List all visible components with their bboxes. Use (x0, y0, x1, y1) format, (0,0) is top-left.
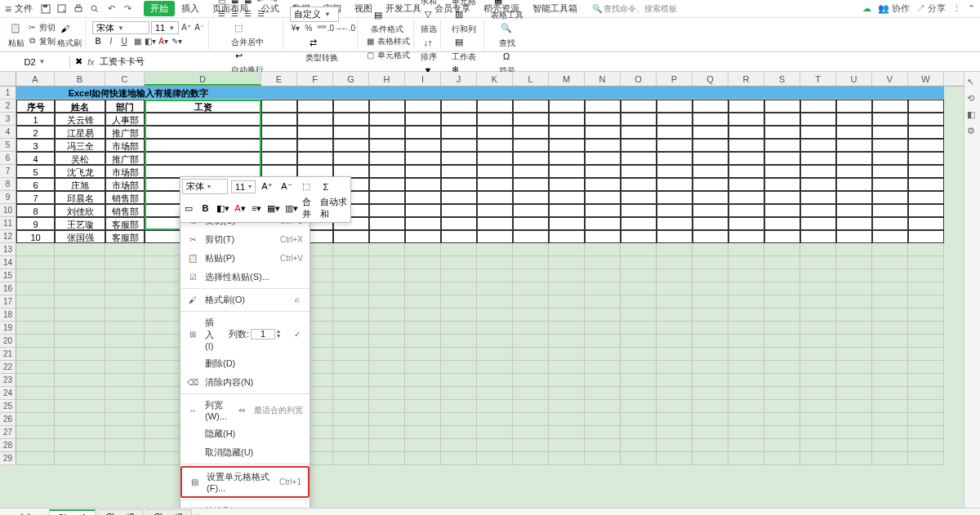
cell[interactable]: 3 (16, 139, 55, 152)
col-R[interactable]: R (728, 72, 764, 86)
cell[interactable] (333, 100, 369, 113)
cell[interactable] (872, 387, 908, 400)
cell[interactable] (16, 335, 55, 348)
cell[interactable] (800, 152, 836, 165)
dec-decimal-icon[interactable]: ←.0 (342, 23, 354, 34)
cell[interactable] (836, 243, 872, 256)
cell[interactable] (585, 165, 621, 178)
cell[interactable] (145, 126, 261, 139)
cell[interactable] (441, 322, 477, 335)
cell[interactable] (728, 230, 764, 243)
cell[interactable] (872, 348, 908, 361)
tablestyle-icon[interactable]: ▦ (364, 35, 376, 47)
cell[interactable] (585, 295, 621, 309)
cell[interactable] (621, 152, 657, 165)
col-J[interactable]: J (441, 72, 477, 86)
ctx-format-cells[interactable]: ▤设置单元格格式(F)...Ctrl+1 (180, 466, 310, 498)
mini-bold-icon[interactable]: B (198, 201, 212, 215)
cell[interactable] (477, 348, 513, 361)
cell[interactable] (477, 361, 513, 374)
cell[interactable] (333, 126, 369, 139)
cell[interactable] (908, 348, 944, 361)
cell[interactable] (55, 243, 105, 256)
cell[interactable] (693, 191, 728, 204)
cell[interactable] (513, 348, 549, 361)
cell[interactable] (333, 439, 369, 452)
cell[interactable] (513, 152, 549, 165)
cell[interactable] (549, 87, 585, 100)
cell[interactable] (513, 309, 549, 322)
cell[interactable] (333, 400, 369, 413)
cell[interactable] (369, 282, 405, 295)
cell[interactable] (369, 256, 405, 269)
cell[interactable] (477, 426, 513, 439)
cell[interactable] (549, 139, 585, 152)
cell[interactable] (513, 87, 549, 100)
cell[interactable] (513, 295, 549, 309)
cell[interactable] (657, 87, 693, 100)
cell[interactable] (477, 335, 513, 348)
cell[interactable] (16, 256, 55, 269)
ctx-colwidth[interactable]: ↔列宽(W)...⇔最适合的列宽 (180, 396, 310, 424)
cell[interactable] (836, 439, 872, 452)
cell[interactable] (621, 204, 657, 217)
align-middle-icon[interactable]: ⬓ (229, 0, 240, 5)
cell[interactable] (441, 139, 477, 152)
cell[interactable] (693, 204, 728, 217)
cell[interactable] (369, 387, 405, 400)
cell[interactable] (764, 230, 800, 243)
cell[interactable] (477, 87, 513, 100)
cell[interactable] (105, 348, 145, 361)
cell[interactable] (105, 322, 145, 335)
cell[interactable] (693, 361, 728, 374)
cell[interactable] (908, 282, 944, 295)
cell[interactable] (333, 413, 369, 426)
cell[interactable] (405, 452, 441, 465)
cell[interactable] (657, 269, 693, 282)
cell[interactable] (800, 387, 836, 400)
cell[interactable] (369, 152, 405, 165)
cell[interactable]: Excel如何快速地输入有规律的数字 (16, 87, 261, 100)
cell[interactable] (369, 426, 405, 439)
align-top-icon[interactable]: ⬒ (216, 0, 227, 5)
cell[interactable] (657, 335, 693, 348)
cell[interactable] (513, 165, 549, 178)
cell[interactable] (764, 269, 800, 282)
cell[interactable] (369, 309, 405, 322)
cell[interactable] (621, 269, 657, 282)
cell[interactable]: 4 (16, 152, 55, 165)
cell[interactable] (16, 413, 55, 426)
cell[interactable] (585, 204, 621, 217)
cell[interactable] (16, 348, 55, 361)
cell[interactable] (105, 282, 145, 295)
cell[interactable] (297, 126, 333, 139)
row-header[interactable]: 12 (0, 230, 16, 243)
cell[interactable] (585, 243, 621, 256)
cell[interactable] (908, 374, 944, 387)
cell[interactable] (764, 204, 800, 217)
cell[interactable] (621, 400, 657, 413)
cell[interactable] (585, 113, 621, 126)
cell[interactable] (728, 256, 764, 269)
cell[interactable] (872, 243, 908, 256)
row-header[interactable]: 5 (0, 139, 16, 152)
cell[interactable] (693, 126, 728, 139)
cell[interactable] (513, 230, 549, 243)
cell[interactable] (441, 165, 477, 178)
bestfit-icon[interactable]: ⇔ (236, 405, 247, 416)
row-header[interactable]: 19 (0, 322, 16, 335)
cell[interactable] (764, 322, 800, 335)
cell[interactable] (836, 139, 872, 152)
cell[interactable] (728, 191, 764, 204)
font-name-combo[interactable]: 宋体▼ (92, 21, 149, 34)
cell[interactable] (693, 269, 728, 282)
cell[interactable] (728, 426, 764, 439)
cell[interactable] (908, 413, 944, 426)
cell[interactable] (693, 100, 728, 113)
cell[interactable] (836, 322, 872, 335)
cell[interactable] (728, 204, 764, 217)
cell[interactable] (549, 400, 585, 413)
tab-prev-icon[interactable]: ◀ (15, 511, 24, 515)
cell[interactable] (621, 217, 657, 230)
cell[interactable] (477, 165, 513, 178)
